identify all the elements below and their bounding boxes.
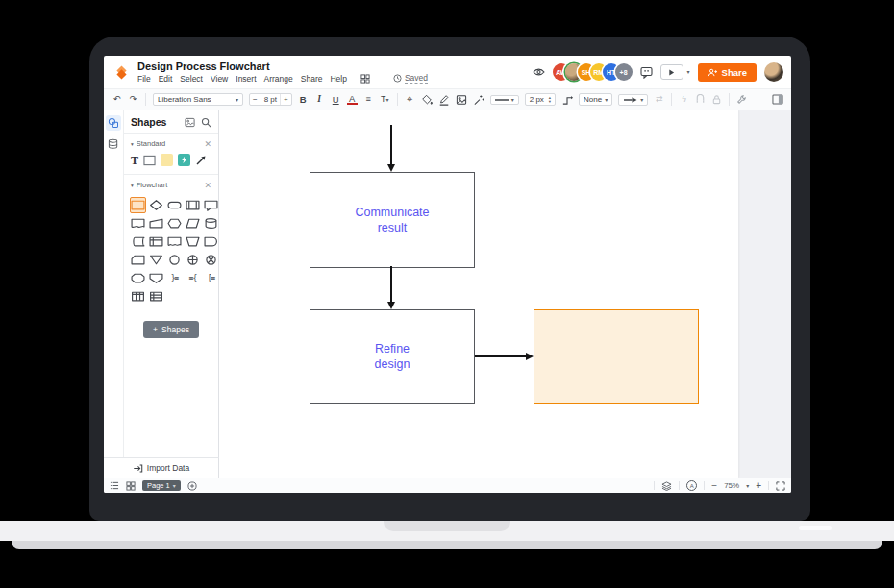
text-align-button[interactable]: ≡ <box>363 94 374 105</box>
italic-button[interactable]: I <box>314 94 325 105</box>
shape-preparation[interactable] <box>166 215 183 232</box>
comments-icon[interactable] <box>640 66 653 79</box>
find-feature-icon[interactable] <box>360 74 370 84</box>
font-family-select[interactable]: Liberation Sans▾ <box>153 93 243 106</box>
shape-manual-operation[interactable] <box>185 233 201 250</box>
shape-table-columns[interactable] <box>130 288 146 305</box>
view-only-eye-icon[interactable] <box>533 67 545 77</box>
image-search-icon[interactable] <box>185 117 195 128</box>
document-outline-icon[interactable] <box>110 481 119 490</box>
bold-button[interactable]: B <box>298 94 309 105</box>
page-selector[interactable]: Page 1 ▾ <box>142 480 181 491</box>
shape-data[interactable] <box>185 215 201 232</box>
search-icon[interactable] <box>201 117 211 128</box>
import-data-button[interactable]: Import Data <box>104 457 219 478</box>
shape-decision[interactable] <box>148 197 164 213</box>
standard-section-header[interactable]: ▾ Standard ✕ <box>124 134 218 151</box>
canvas[interactable]: Communicate resultRefine design <box>219 110 791 478</box>
menu-select[interactable]: Select <box>180 74 203 84</box>
shape-terminator[interactable] <box>166 197 183 213</box>
zoom-caret-icon[interactable]: ▾ <box>746 483 749 489</box>
flowchart-section-header[interactable]: ▾ Flowchart ✕ <box>124 175 218 192</box>
share-button[interactable]: Share <box>698 63 757 82</box>
new-orange-node[interactable] <box>534 309 699 404</box>
connector-arrow[interactable] <box>390 125 392 166</box>
line-start-select[interactable]: None▾ <box>579 93 612 106</box>
shape-smart-shape[interactable] <box>178 154 190 166</box>
present-button[interactable] <box>660 64 683 80</box>
add-shapes-button[interactable]: + Shapes <box>143 321 199 338</box>
shape-predefined-process[interactable] <box>185 197 201 213</box>
zoom-in-button[interactable]: + <box>756 481 761 491</box>
close-section-icon[interactable]: ✕ <box>204 140 211 148</box>
shape-internal-storage[interactable] <box>148 233 164 250</box>
shape-annotation-right[interactable]: ≡{ <box>185 270 201 286</box>
shape-arrow[interactable] <box>195 155 207 166</box>
shape-summing-junction[interactable] <box>185 252 201 268</box>
menu-insert[interactable]: Insert <box>236 74 256 84</box>
style-copy-button[interactable] <box>456 94 467 106</box>
menu-arrange[interactable]: Arrange <box>264 74 293 84</box>
shape-or-junction[interactable] <box>203 252 219 268</box>
snap-target-icon[interactable]: ⌖ <box>405 94 415 105</box>
quick-actions-button[interactable]: ϟ <box>679 94 689 105</box>
shape-table-rows[interactable] <box>148 288 164 305</box>
present-caret-icon[interactable]: ▾ <box>687 69 690 75</box>
swap-endpoints-button[interactable]: ⇄ <box>654 94 664 105</box>
fullscreen-icon[interactable] <box>776 481 785 491</box>
text-color-button[interactable]: A <box>347 94 358 105</box>
shape-document[interactable] <box>130 215 146 232</box>
line-width-stepper[interactable]: 2 px ▴▾ <box>525 93 556 106</box>
more-text-options-button[interactable]: T▾ <box>380 94 390 105</box>
menu-share[interactable]: Share <box>301 74 323 84</box>
zoom-level[interactable]: 75% <box>724 481 739 490</box>
shape-delay[interactable] <box>203 233 219 250</box>
menu-file[interactable]: File <box>137 74 151 84</box>
right-panel-toggle[interactable] <box>772 94 783 105</box>
shape-callout[interactable] <box>203 197 219 213</box>
shape-stored-data[interactable] <box>130 233 146 250</box>
shape-database[interactable] <box>203 215 219 232</box>
lucid-logo-icon[interactable] <box>113 64 130 81</box>
underline-button[interactable]: U <box>331 94 341 105</box>
shape-text[interactable]: T <box>131 155 138 166</box>
shape-libraries-icon[interactable] <box>106 136 121 152</box>
shape-collate[interactable] <box>130 270 146 286</box>
document-title[interactable]: Design Process Flowchart <box>137 61 428 72</box>
magic-wand-button[interactable] <box>473 94 484 106</box>
shape-manual-input[interactable] <box>148 215 164 232</box>
undo-button[interactable]: ↶ <box>112 94 122 105</box>
shape-annotation-left[interactable]: [≡ <box>203 270 219 286</box>
close-section-icon[interactable]: ✕ <box>204 182 211 189</box>
shape-off-page-connector[interactable] <box>148 270 164 286</box>
connector-arrow[interactable] <box>390 266 392 304</box>
font-size-decrease[interactable]: − <box>250 94 261 105</box>
line-style-select[interactable]: ▾ <box>490 95 519 105</box>
line-shape-button[interactable] <box>561 94 573 106</box>
shape-merge[interactable] <box>148 252 164 268</box>
communicate-result-node[interactable]: Communicate result <box>310 172 475 268</box>
accessibility-icon[interactable]: A <box>686 480 697 491</box>
shape-process[interactable] <box>130 197 146 213</box>
shape-display[interactable] <box>166 233 183 250</box>
shape-rectangle[interactable] <box>143 155 156 166</box>
page-grid-icon[interactable] <box>126 481 136 491</box>
line-color-button[interactable] <box>438 94 450 106</box>
refine-design-node[interactable]: Refine design <box>310 309 475 404</box>
collaborator-avatar[interactable]: +8 <box>615 63 633 81</box>
shape-sticky-note[interactable] <box>161 154 173 166</box>
font-size-increase[interactable]: + <box>280 94 291 105</box>
line-end-select[interactable]: ▾ <box>618 94 648 106</box>
shape-brace-note[interactable]: }≡ <box>166 270 183 286</box>
shape-connector[interactable] <box>166 252 183 268</box>
lock-button[interactable] <box>711 94 722 105</box>
menu-edit[interactable]: Edit <box>159 74 173 84</box>
font-size-value[interactable]: 8 pt <box>261 94 280 105</box>
user-avatar[interactable] <box>764 62 783 82</box>
fill-color-button[interactable] <box>421 94 433 106</box>
layers-icon[interactable] <box>661 481 672 491</box>
tools-wrench-icon[interactable] <box>736 94 747 105</box>
connector-arrow[interactable] <box>475 355 528 357</box>
menu-view[interactable]: View <box>211 74 228 84</box>
redo-button[interactable]: ↷ <box>128 94 138 105</box>
